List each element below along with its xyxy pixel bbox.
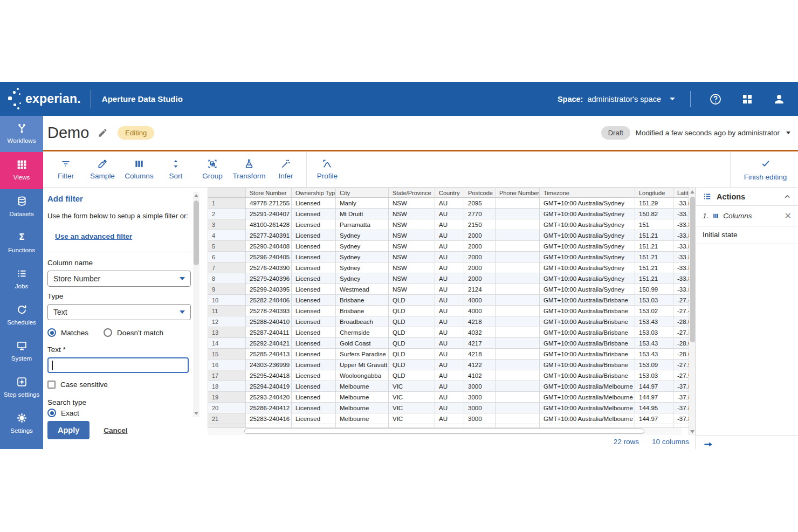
column-header-longitude[interactable]: Longitude [635, 188, 673, 198]
table-cell[interactable]: AU [435, 252, 464, 262]
action-item-columns[interactable]: 1. Columns ✕ [696, 206, 798, 226]
table-cell[interactable]: 25287-240411 [246, 327, 292, 338]
table-vertical-scrollbar[interactable] [689, 188, 696, 435]
table-cell[interactable]: GMT+10:00 Australia/Sydney [540, 262, 635, 273]
table-cell[interactable]: AU [435, 360, 464, 370]
table-cell[interactable]: 25292-240421 [246, 338, 292, 349]
table-cell[interactable]: VIC [389, 381, 435, 392]
table-cell[interactable] [496, 241, 540, 252]
table-cell[interactable]: AU [435, 241, 464, 252]
table-cell[interactable]: Brisbane [336, 306, 389, 316]
table-cell[interactable]: 2000 [464, 230, 496, 241]
table-cell[interactable]: Melbourne [336, 381, 389, 392]
table-cell[interactable]: 153.02 [635, 306, 673, 316]
table-cell[interactable]: NSW [389, 230, 435, 241]
scroll-up-arrow-icon[interactable] [194, 194, 198, 197]
table-cell[interactable]: AU [435, 273, 464, 284]
table-cell[interactable]: -28.03 [673, 316, 689, 327]
table-cell[interactable]: Upper Mt Gravatt [336, 360, 389, 370]
row-number-cell[interactable]: 5 [208, 241, 246, 252]
arrow-right-icon[interactable] [703, 439, 713, 450]
table-cell[interactable]: Licensed [292, 295, 336, 306]
table-cell[interactable]: -27.5 [673, 370, 689, 381]
column-header-state-province[interactable]: State/Province [389, 188, 435, 198]
type-select[interactable]: Text [47, 304, 191, 320]
table-cell[interactable]: QLD [389, 338, 435, 349]
space-selector[interactable]: administrator's space [587, 95, 661, 103]
table-cell[interactable]: 153.43 [635, 338, 673, 349]
table-cell[interactable]: 3000 [464, 403, 496, 413]
table-cell[interactable]: Wooloongabba [336, 370, 389, 381]
apps-grid-icon[interactable] [740, 92, 754, 106]
table-cell[interactable]: 2000 [464, 273, 496, 284]
profile-button[interactable]: Profile [309, 158, 346, 180]
table-cell[interactable]: GMT+10:00 Australia/Sydney [540, 241, 635, 252]
column-header-timezone[interactable]: Timezone [540, 188, 635, 198]
scroll-down-arrow-icon[interactable] [194, 412, 198, 415]
table-cell[interactable]: -33.77 [673, 209, 689, 219]
table-cell[interactable] [496, 370, 540, 381]
table-cell[interactable] [496, 392, 540, 403]
table-cell[interactable]: Surfers Paradise [336, 349, 389, 360]
sidebar-item-functions[interactable]: ΣFunctions [0, 225, 43, 261]
table-cell[interactable]: Licensed [292, 413, 336, 424]
group-button[interactable]: Group [194, 158, 231, 180]
table-cell[interactable] [496, 316, 540, 327]
table-cell[interactable]: Licensed [292, 327, 336, 338]
table-cell[interactable]: 2095 [464, 198, 496, 209]
table-cell[interactable]: -33.82 [673, 219, 689, 230]
row-number-cell[interactable]: 14 [208, 338, 246, 349]
table-cell[interactable]: 25283-240416 [246, 413, 292, 424]
cancel-link[interactable]: Cancel [104, 426, 127, 434]
table-cell[interactable]: Sydney [336, 262, 389, 273]
table-cell[interactable]: 151 [635, 219, 673, 230]
row-number-cell[interactable]: 8 [208, 273, 246, 284]
table-cell[interactable]: 2000 [464, 252, 496, 262]
exact-radio[interactable] [47, 409, 56, 417]
table-cell[interactable]: Licensed [292, 219, 336, 230]
table-cell[interactable]: Chermside [336, 327, 389, 338]
table-cell[interactable]: 151.21 [635, 241, 673, 252]
table-cell[interactable]: 4000 [464, 295, 496, 306]
row-number-cell[interactable]: 12 [208, 316, 246, 327]
table-cell[interactable] [496, 338, 540, 349]
table-cell[interactable]: AU [435, 316, 464, 327]
user-icon[interactable] [772, 92, 786, 106]
table-cell[interactable]: 25279-240396 [246, 273, 292, 284]
table-cell[interactable] [496, 306, 540, 316]
table-cell[interactable]: 49778-271255 [246, 198, 292, 209]
row-number-cell[interactable]: 15 [208, 349, 246, 360]
table-cell[interactable]: Licensed [292, 360, 336, 370]
table-cell[interactable]: VIC [389, 413, 435, 424]
table-cell[interactable]: GMT+10:00 Australia/Brisbane [540, 349, 635, 360]
filter-button[interactable]: Filter [47, 158, 84, 180]
table-cell[interactable]: Licensed [292, 273, 336, 284]
row-number-cell[interactable]: 20 [208, 403, 246, 413]
table-cell[interactable]: -33.8 [673, 198, 689, 209]
table-cell[interactable]: 144.97 [635, 392, 673, 403]
columns-button[interactable]: Columns [121, 158, 157, 180]
table-cell[interactable]: 153.03 [635, 370, 673, 381]
table-cell[interactable]: Westmead [336, 284, 389, 295]
table-cell[interactable]: Licensed [292, 284, 336, 295]
sidebar-item-system[interactable]: System [0, 334, 43, 370]
space-caret-icon[interactable] [670, 98, 675, 100]
table-cell[interactable]: Licensed [292, 392, 336, 403]
table-cell[interactable]: 25291-240407 [246, 209, 292, 219]
table-cell[interactable]: 153.03 [635, 327, 673, 338]
row-number-cell[interactable]: 2 [208, 209, 246, 219]
table-cell[interactable]: 25294-240419 [246, 381, 292, 392]
table-cell[interactable]: 4032 [464, 327, 496, 338]
table-cell[interactable]: 150.82 [635, 209, 673, 219]
table-cell[interactable]: 144.95 [635, 403, 673, 413]
row-number-cell[interactable]: 9 [208, 284, 246, 295]
table-cell[interactable]: QLD [389, 360, 435, 370]
table-cell[interactable]: GMT+10:00 Australia/Brisbane [540, 360, 635, 370]
row-number-cell[interactable]: 18 [208, 381, 246, 392]
table-cell[interactable]: AU [435, 338, 464, 349]
table-cell[interactable]: NSW [389, 198, 435, 209]
table-cell[interactable]: GMT+10:00 Australia/Brisbane [540, 316, 635, 327]
table-cell[interactable]: 25277-240391 [246, 230, 292, 241]
transform-button[interactable]: Transform [231, 158, 267, 180]
table-cell[interactable]: 4000 [464, 306, 496, 316]
